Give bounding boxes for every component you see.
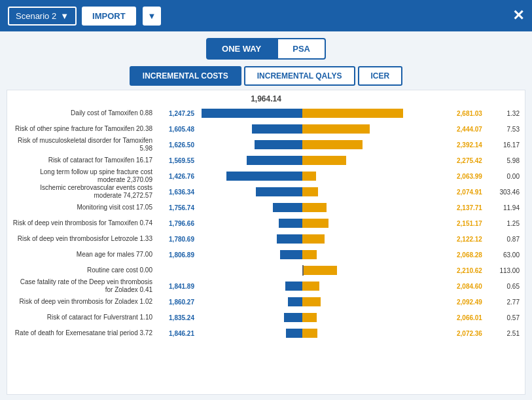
left-value: 1,835.24 xyxy=(156,314,194,321)
bar-wrap xyxy=(194,202,455,213)
row-label: Risk of deep vein thrombosis for Tamoxif… xyxy=(12,219,156,227)
row-label: Ischemic cerebrovascular events costs mo… xyxy=(12,184,156,200)
left-value: 1,841.89 xyxy=(156,283,194,290)
baseline-marker xyxy=(302,265,304,276)
gold-bar xyxy=(302,140,363,149)
subtabs-container: INCREMENTAL COSTS INCREMENTAL QALYs ICER xyxy=(0,64,532,90)
subtab-incremental-qalys[interactable]: INCREMENTAL QALYs xyxy=(244,66,355,86)
right-value: 2,681.03 xyxy=(455,110,493,117)
gold-bar xyxy=(302,297,321,306)
table-row: Risk of deep vein thrombosis for Tamoxif… xyxy=(12,216,520,230)
subtab-icer[interactable]: ICER xyxy=(358,66,403,86)
table-row: Daily cost of Tamoxifen 0.881,247.252,68… xyxy=(12,106,520,120)
left-value: 1,846.21 xyxy=(156,330,194,337)
icer-value: 63.00 xyxy=(493,251,520,259)
left-value: 1,806.89 xyxy=(156,251,194,259)
icer-value: 0.00 xyxy=(493,173,520,180)
row-label: Risk of deep vein thrombosisfor Letrozol… xyxy=(12,235,156,243)
header-left: Scenario 2 ▼ IMPORT ▼ xyxy=(8,7,161,26)
right-value: 2,392.14 xyxy=(455,141,493,149)
gold-bar xyxy=(302,124,370,134)
blue-bar xyxy=(255,140,302,149)
blue-bar xyxy=(288,297,302,306)
gold-bar xyxy=(302,156,346,165)
left-value: 1,626.50 xyxy=(156,141,194,149)
bar-wrap xyxy=(194,281,455,291)
table-row: Risk of deep vein thrombosis for Zoladex… xyxy=(12,295,520,309)
bar-wrap xyxy=(194,139,455,150)
main-content: ONE WAY PSA INCREMENTAL COSTS INCREMENTA… xyxy=(0,31,532,400)
tornado-chart: Daily cost of Tamoxifen 0.881,247.252,68… xyxy=(12,106,520,340)
tab-one-way[interactable]: ONE WAY xyxy=(206,38,277,60)
blue-bar xyxy=(286,329,302,338)
left-value: 1,636.34 xyxy=(156,189,194,196)
bar-wrap xyxy=(194,108,455,118)
gold-bar xyxy=(302,329,317,338)
right-value: 2,072.36 xyxy=(455,330,493,337)
right-value: 2,444.07 xyxy=(455,126,493,133)
chevron-down-icon: ▼ xyxy=(60,11,69,21)
right-value: 2,066.01 xyxy=(455,314,493,321)
blue-bar xyxy=(273,203,302,212)
close-button[interactable]: ✕ xyxy=(512,7,524,24)
right-value: 2,151.17 xyxy=(455,220,493,227)
row-label: Case fatality rate of the Deep vein thro… xyxy=(12,278,156,294)
icer-value: 2.51 xyxy=(493,330,520,337)
table-row: Long term follow up spine fracture cost … xyxy=(12,169,520,183)
blue-bar xyxy=(256,187,302,196)
icer-value: 1.25 xyxy=(493,220,520,227)
icer-value: 11.94 xyxy=(493,204,520,211)
row-label: Risk of cataract for Tamoxifen 16.17 xyxy=(12,156,156,164)
icer-value: 0.65 xyxy=(493,283,520,290)
row-label: Risk of musculoskeletal disorder for Tam… xyxy=(12,137,156,153)
left-value: 1,860.27 xyxy=(156,299,194,306)
bar-wrap xyxy=(194,171,455,181)
icer-value: 7.53 xyxy=(493,126,520,133)
row-label: Mean age for males 77.00 xyxy=(12,251,156,259)
left-value: 1,605.48 xyxy=(156,126,194,133)
baseline-label: 1,964.14 xyxy=(12,94,520,103)
gold-bar xyxy=(302,203,327,212)
table-row: Risk of cataract for Tamoxifen 16.171,56… xyxy=(12,153,520,168)
right-value: 2,275.42 xyxy=(455,157,493,164)
icer-value: 16.17 xyxy=(493,141,520,149)
gold-bar xyxy=(302,250,317,259)
table-row: Rate of death for Exemesatane trial peri… xyxy=(12,326,520,340)
chart-area: 1,964.14 Daily cost of Tamoxifen 0.881,2… xyxy=(7,90,525,395)
scenario-dropdown[interactable]: Scenario 2 ▼ xyxy=(8,7,77,26)
left-value: 1,756.74 xyxy=(156,204,194,211)
subtab-incremental-costs[interactable]: INCREMENTAL COSTS xyxy=(130,66,241,86)
header: Scenario 2 ▼ IMPORT ▼ ✕ xyxy=(0,0,532,31)
bar-wrap xyxy=(194,328,455,338)
bar-wrap xyxy=(194,297,455,307)
icer-value: 113.00 xyxy=(493,267,520,274)
tab-psa[interactable]: PSA xyxy=(277,38,326,60)
bar-wrap xyxy=(194,234,455,244)
table-row: Monitoring visit cost 17.051,756.742,137… xyxy=(12,200,520,215)
icer-value: 2.77 xyxy=(493,299,520,306)
blue-bar xyxy=(247,156,302,165)
blue-bar xyxy=(202,109,302,118)
icer-value: 0.57 xyxy=(493,314,520,321)
table-row: Routine care cost 0.002,210.62113.00 xyxy=(12,263,520,278)
row-label: Risk of deep vein thrombosis for Zoladex… xyxy=(12,298,156,306)
import-button[interactable]: IMPORT xyxy=(82,7,136,26)
table-row: Mean age for males 77.001,806.892,068.28… xyxy=(12,247,520,262)
icer-value: 0.87 xyxy=(493,236,520,243)
blue-bar xyxy=(279,219,302,228)
right-value: 2,122.12 xyxy=(455,236,493,243)
left-value: 1,426.76 xyxy=(156,173,194,180)
right-value: 2,063.99 xyxy=(455,173,493,180)
gold-bar xyxy=(302,219,328,228)
blue-bar xyxy=(280,250,302,259)
icer-value: 303.46 xyxy=(493,189,520,196)
right-value: 2,074.91 xyxy=(455,189,493,196)
gold-bar xyxy=(302,282,319,291)
blue-bar xyxy=(226,172,302,181)
table-row: Risk of other spine fracture for Tamoxif… xyxy=(12,122,520,136)
bar-wrap xyxy=(194,124,455,134)
blue-bar xyxy=(285,282,302,291)
import-dropdown-button[interactable]: ▼ xyxy=(143,7,162,26)
gold-bar xyxy=(302,187,318,196)
table-row: Risk of deep vein thrombosisfor Letrozol… xyxy=(12,232,520,246)
